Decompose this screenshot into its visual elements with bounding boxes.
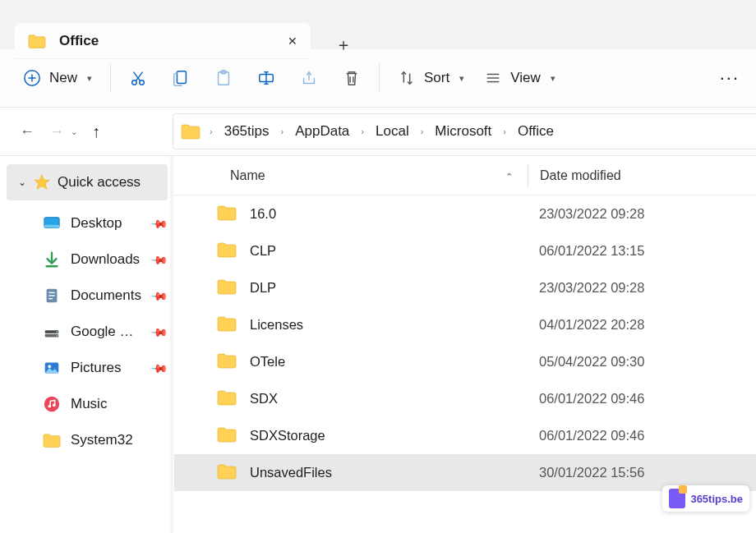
- file-date: 30/01/2022 15:56: [528, 465, 644, 480]
- pictures-icon: [43, 359, 61, 377]
- chevron-right-icon[interactable]: ›: [356, 126, 369, 136]
- new-tab-button[interactable]: ＋: [329, 30, 358, 59]
- forward-button[interactable]: →: [49, 123, 64, 140]
- sidebar-item-music[interactable]: Music: [0, 386, 174, 422]
- folder-icon: [217, 204, 237, 224]
- file-name: UnsavedFiles: [250, 465, 332, 480]
- folder-icon: [217, 352, 237, 372]
- sort-label: Sort: [424, 70, 449, 86]
- chevron-down-icon: ▾: [87, 73, 92, 84]
- file-row[interactable]: CLP06/01/2022 13:15: [174, 232, 756, 269]
- window-tab[interactable]: Office ✕: [15, 23, 311, 59]
- folder-icon: [217, 389, 237, 409]
- sidebar-item-desktop[interactable]: Desktop📌: [0, 205, 174, 241]
- svg-point-35: [48, 405, 51, 408]
- file-name: Licenses: [250, 317, 303, 333]
- history-dropdown[interactable]: ⌄: [71, 127, 77, 136]
- sort-button[interactable]: Sort ▾: [398, 69, 464, 87]
- file-date: 23/03/2022 09:28: [528, 280, 644, 296]
- file-date: 04/01/2022 20:28: [528, 317, 644, 333]
- plus-circle-icon: [23, 69, 41, 87]
- watermark-badge: 365tips.be: [662, 485, 749, 512]
- file-row[interactable]: 16.023/03/2022 09:28: [174, 195, 756, 232]
- svg-point-30: [57, 331, 58, 333]
- paste-button[interactable]: [214, 69, 233, 87]
- desktop-icon: [43, 214, 61, 232]
- breadcrumb-item[interactable]: AppData: [293, 122, 351, 141]
- pin-icon: 📌: [150, 358, 168, 377]
- tab-close-icon[interactable]: ✕: [288, 34, 297, 48]
- gdrive-icon: [43, 323, 61, 341]
- sidebar-item-label: Documents: [71, 287, 141, 304]
- new-button[interactable]: New ▾: [23, 69, 92, 87]
- folder-icon: [217, 278, 237, 298]
- file-date: 06/01/2022 13:15: [528, 243, 644, 259]
- sidebar-item-label: Google Drive: [71, 324, 142, 340]
- breadcrumb-item[interactable]: Office: [516, 122, 555, 141]
- column-date[interactable]: Date modified: [528, 168, 621, 183]
- tab-title: Office: [59, 33, 274, 49]
- folder-icon: [217, 241, 237, 261]
- delete-button[interactable]: [343, 69, 361, 87]
- breadcrumb[interactable]: › 365tips › AppData › Local › Microsoft …: [173, 113, 756, 149]
- chevron-right-icon[interactable]: ›: [498, 126, 511, 136]
- breadcrumb-item[interactable]: Local: [374, 122, 411, 141]
- chevron-right-icon[interactable]: ›: [276, 126, 289, 136]
- svg-point-34: [44, 397, 59, 411]
- breadcrumb-item[interactable]: Microsoft: [433, 122, 493, 141]
- chevron-down-icon: ▾: [551, 73, 555, 84]
- column-headers: Name ⌃ Date modified: [174, 156, 756, 195]
- new-label: New: [49, 70, 77, 86]
- quick-access[interactable]: ⌄ Quick access: [7, 164, 168, 200]
- file-name: CLP: [250, 243, 276, 259]
- star-icon: [33, 173, 51, 191]
- up-button[interactable]: ↑: [92, 122, 100, 141]
- nav-row: ← → ⌄ ↑ › 365tips › AppData › Local › Mi…: [0, 107, 756, 156]
- chevron-down-icon: ▾: [459, 73, 464, 84]
- sort-indicator-icon: ⌃: [505, 172, 513, 182]
- share-button[interactable]: [300, 69, 318, 87]
- sidebar-item-label: Pictures: [71, 360, 121, 376]
- rename-button[interactable]: [257, 69, 275, 87]
- pin-icon: 📌: [150, 250, 168, 269]
- folder-icon: [217, 426, 237, 446]
- folder-icon: [217, 463, 237, 483]
- file-row[interactable]: Licenses04/01/2022 20:28: [174, 306, 756, 343]
- sidebar-item-google-drive[interactable]: Google Drive📌: [0, 314, 174, 350]
- watermark-text: 365tips.be: [690, 493, 743, 505]
- view-button[interactable]: View ▾: [484, 69, 555, 87]
- sidebar-item-pictures[interactable]: Pictures📌: [0, 350, 174, 386]
- separator: [110, 63, 111, 93]
- file-row[interactable]: SDXStorage06/01/2022 09:46: [174, 417, 756, 454]
- file-name: SDXStorage: [250, 428, 325, 443]
- sidebar-item-label: Downloads: [71, 251, 140, 268]
- tab-bar: Office ✕ ＋: [0, 0, 756, 49]
- downloads-icon: [43, 250, 61, 269]
- column-name[interactable]: Name ⌃: [174, 168, 528, 183]
- sidebar-item-system32[interactable]: System32: [0, 422, 174, 458]
- file-name: 16.0: [250, 206, 276, 222]
- chevron-down-icon: ⌄: [18, 177, 26, 188]
- more-button[interactable]: ···: [720, 67, 740, 89]
- music-icon: [43, 395, 61, 413]
- quick-access-label: Quick access: [58, 174, 141, 191]
- file-list: Name ⌃ Date modified 16.023/03/2022 09:2…: [174, 156, 756, 533]
- file-row[interactable]: OTele05/04/2022 09:30: [174, 343, 756, 380]
- file-row[interactable]: SDX06/01/2022 09:46: [174, 380, 756, 417]
- sidebar-item-documents[interactable]: Documents📌: [0, 278, 174, 314]
- cut-button[interactable]: [129, 69, 147, 87]
- file-row[interactable]: DLP23/03/2022 09:28: [174, 269, 756, 306]
- folder-icon: [43, 431, 61, 449]
- sidebar-item-label: Desktop: [71, 215, 122, 232]
- back-button[interactable]: ←: [20, 123, 35, 140]
- svg-point-31: [57, 335, 58, 337]
- breadcrumb-item[interactable]: 365tips: [223, 122, 271, 141]
- svg-point-33: [48, 365, 51, 368]
- pin-icon: 📌: [150, 286, 168, 305]
- folder-icon: [182, 122, 200, 140]
- svg-point-36: [53, 404, 56, 407]
- chevron-right-icon[interactable]: ›: [416, 126, 429, 136]
- chevron-right-icon[interactable]: ›: [205, 126, 218, 136]
- sidebar-item-downloads[interactable]: Downloads📌: [0, 241, 174, 278]
- copy-button[interactable]: [172, 69, 190, 87]
